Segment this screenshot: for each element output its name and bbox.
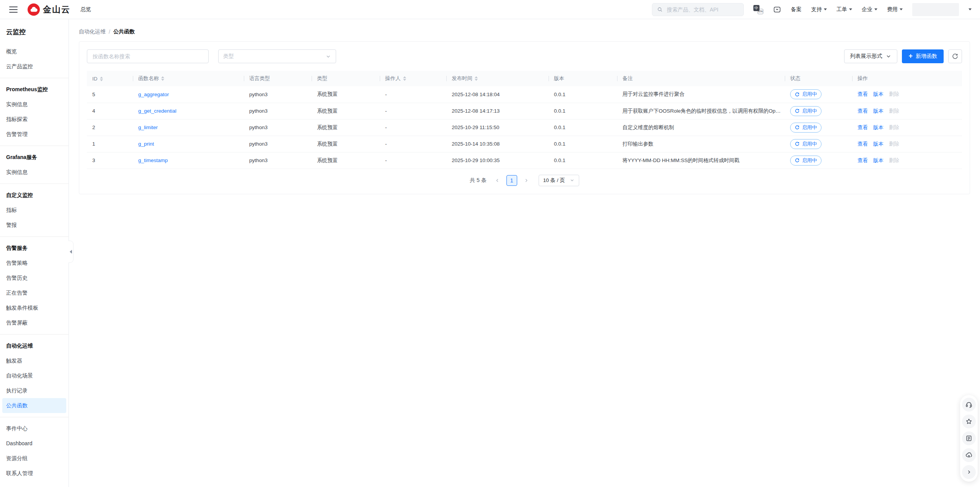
sidebar-section-alarm-service: 告警服务 — [0, 241, 69, 256]
function-list-card: 类型 列表展示形式 + 新增函数 — [79, 41, 970, 194]
divider — [0, 184, 69, 184]
status-badge: 启用中 — [790, 89, 822, 99]
divider — [0, 334, 69, 335]
sort-icon[interactable] — [475, 76, 478, 81]
nav-overview[interactable]: 总览 — [80, 6, 91, 13]
sidebar-item-grafana-instance-info[interactable]: 实例信息 — [0, 165, 69, 180]
chevron-down-icon — [885, 53, 892, 59]
sort-icon[interactable] — [403, 76, 406, 81]
function-name-link[interactable]: g_aggregator — [138, 92, 169, 97]
sidebar-item-metrics[interactable]: 指标 — [0, 203, 69, 218]
display-mode-select[interactable]: 列表展示形式 — [844, 49, 897, 63]
toolbar-expand-button[interactable] — [962, 465, 976, 479]
sidebar-item-alarm-policy[interactable]: 告警策略 — [0, 256, 69, 271]
view-link[interactable]: 查看 — [858, 91, 868, 97]
sidebar-item-alarm-history[interactable]: 告警历史 — [0, 271, 69, 285]
support-headset-button[interactable] — [962, 398, 976, 412]
sidebar-item-trigger-condition-template[interactable]: 触发条件模板 — [0, 300, 69, 315]
version-link[interactable]: 版本 — [873, 91, 884, 97]
nav-ticket[interactable]: 工单 — [836, 6, 852, 13]
sort-icon[interactable] — [100, 77, 103, 81]
delete-link[interactable]: 删除 — [889, 141, 899, 147]
sidebar: 云监控 概览 云产品监控 Prometheus监控 实例信息 指标探索 告警管理… — [0, 19, 69, 487]
sidebar-item-instance-info[interactable]: 实例信息 — [0, 97, 69, 112]
status-badge: 启用中 — [790, 106, 822, 116]
cloud-notification-button[interactable] — [962, 448, 976, 462]
sidebar-item-alarm-mute[interactable]: 告警屏蔽 — [0, 315, 69, 330]
sidebar-item-automation-scene[interactable]: 自动化场景 — [0, 368, 69, 383]
view-link[interactable]: 查看 — [858, 125, 868, 130]
sidebar-item-contact-management[interactable]: 联系人管理 — [0, 466, 69, 481]
sidebar-item-overview[interactable]: 概览 — [0, 44, 69, 59]
chevron-down-icon — [824, 8, 827, 10]
sidebar-item-execution-record[interactable]: 执行记录 — [0, 383, 69, 398]
docs-news-button[interactable] — [962, 431, 976, 445]
refresh-button[interactable] — [948, 49, 962, 63]
delete-link[interactable]: 删除 — [889, 108, 899, 114]
version-link[interactable]: 版本 — [873, 125, 884, 130]
table-row: 4 g_get_credential python3 系统预置 - 2025-1… — [87, 103, 962, 119]
language-toggle-icon[interactable]: 中 EN — [753, 5, 763, 14]
delete-link[interactable]: 删除 — [889, 125, 899, 130]
account-chevron-down-icon[interactable] — [969, 8, 972, 10]
menu-hamburger-icon[interactable] — [9, 7, 18, 13]
sidebar-item-cloud-product-monitoring[interactable]: 云产品监控 — [0, 59, 69, 74]
page-number-button[interactable]: 1 — [506, 175, 517, 186]
divider — [0, 236, 69, 237]
nav-enterprise[interactable]: 企业 — [862, 6, 877, 13]
brand-logo[interactable]: 金山云 — [28, 3, 70, 16]
type-filter-select[interactable]: 类型 — [218, 49, 336, 63]
add-function-button[interactable]: + 新增函数 — [902, 49, 944, 63]
sidebar-item-trigger[interactable]: 触发器 — [0, 353, 69, 368]
function-name-link[interactable]: g_get_credential — [138, 108, 176, 114]
sidebar-item-alarming-now[interactable]: 正在告警 — [0, 285, 69, 300]
divider — [0, 78, 69, 78]
floating-help-toolbar — [960, 395, 978, 482]
function-name-search-input[interactable] — [92, 53, 204, 60]
version-link[interactable]: 版本 — [873, 141, 884, 147]
next-page-button[interactable] — [521, 175, 532, 186]
view-link[interactable]: 查看 — [858, 108, 868, 114]
breadcrumb-parent[interactable]: 自动化运维 — [79, 28, 106, 35]
sidebar-item-event-center[interactable]: 事件中心 — [0, 421, 69, 436]
delete-link[interactable]: 删除 — [889, 91, 899, 97]
col-header-operator: 操作人 — [380, 71, 446, 86]
topbar-search-box[interactable] — [652, 3, 744, 16]
type-filter-placeholder: 类型 — [223, 53, 234, 60]
sidebar-section-prometheus: Prometheus监控 — [0, 82, 69, 97]
col-header-version: 版本 — [549, 71, 617, 86]
favorites-star-button[interactable] — [962, 415, 976, 428]
sidebar-collapse-handle[interactable] — [69, 241, 74, 263]
col-header-language: 语言类型 — [244, 71, 312, 86]
nav-billing[interactable]: 费用 — [887, 6, 903, 13]
view-link[interactable]: 查看 — [858, 157, 868, 163]
sort-icon[interactable] — [161, 76, 164, 81]
function-name-link[interactable]: g_print — [138, 141, 154, 147]
topbar-search-input[interactable] — [666, 6, 739, 13]
prev-page-button[interactable] — [492, 175, 503, 186]
sidebar-item-public-functions[interactable]: 公共函数 — [2, 398, 66, 413]
message-envelope-icon[interactable] — [773, 5, 781, 14]
star-icon — [965, 418, 973, 425]
account-name-redacted[interactable] — [912, 3, 959, 16]
function-name-search-box[interactable] — [87, 49, 209, 63]
version-link[interactable]: 版本 — [873, 108, 884, 114]
function-name-link[interactable]: g_limiter — [138, 125, 158, 130]
page-size-select[interactable]: 10 条 / 页 — [539, 175, 579, 186]
brand-name: 金山云 — [43, 4, 70, 15]
sidebar-item-alerts[interactable]: 警报 — [0, 218, 69, 233]
delete-link[interactable]: 删除 — [889, 157, 899, 163]
breadcrumb-separator: / — [109, 29, 110, 35]
status-refresh-icon — [795, 125, 800, 130]
sidebar-item-dashboard[interactable]: Dashboard — [0, 436, 69, 451]
sidebar-item-alarm-management[interactable]: 告警管理 — [0, 127, 69, 142]
view-link[interactable]: 查看 — [858, 141, 868, 147]
function-name-link[interactable]: g_timestamp — [138, 157, 168, 163]
col-header-actions: 操作 — [852, 71, 962, 86]
sidebar-item-metric-explore[interactable]: 指标探索 — [0, 112, 69, 127]
col-header-type: 类型 — [312, 71, 380, 86]
sidebar-item-resource-group[interactable]: 资源分组 — [0, 451, 69, 466]
nav-support[interactable]: 支持 — [811, 6, 827, 13]
version-link[interactable]: 版本 — [873, 157, 884, 163]
nav-beian[interactable]: 备案 — [791, 6, 802, 13]
